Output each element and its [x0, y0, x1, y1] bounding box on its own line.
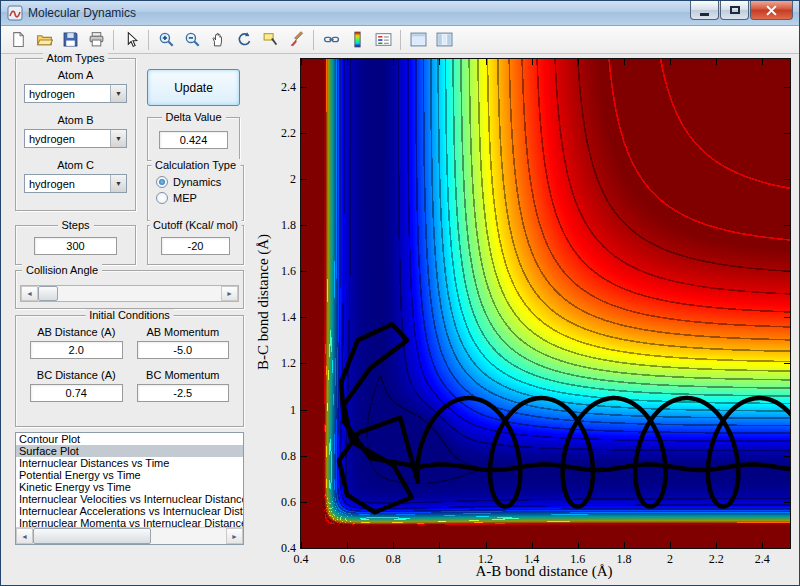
- mep-radio[interactable]: [156, 192, 168, 204]
- chevron-down-icon: ▼: [110, 130, 126, 147]
- x-tick-label: 2: [667, 552, 673, 567]
- atom-c-select[interactable]: hydrogen ▼: [24, 174, 127, 193]
- pes-plot-canvas[interactable]: [300, 58, 791, 549]
- ab-momentum-field[interactable]: [137, 341, 230, 359]
- open-file-button[interactable]: [32, 28, 56, 52]
- steps-panel-title: Steps: [57, 219, 93, 231]
- link-plot-button[interactable]: [319, 28, 343, 52]
- data-cursor-button[interactable]: [258, 28, 282, 52]
- save-figure-button[interactable]: [58, 28, 82, 52]
- show-plot-tools-button[interactable]: [432, 28, 456, 52]
- y-tick-label: 2: [258, 172, 296, 187]
- initial-conditions-panel-title: Initial Conditions: [85, 309, 174, 321]
- calculation-type-panel-title: Calculation Type: [151, 159, 240, 171]
- slider-left-arrow[interactable]: ◄: [21, 286, 38, 301]
- pan-button[interactable]: [206, 28, 230, 52]
- collision-angle-slider[interactable]: ◄ ►: [20, 285, 239, 302]
- y-tick-label: 0.8: [258, 449, 296, 464]
- dynamics-radio[interactable]: [156, 176, 168, 188]
- plot-type-option[interactable]: Internuclear Accelerations vs Internucle…: [16, 505, 243, 517]
- y-tick-label: 1: [258, 403, 296, 418]
- insert-legend-icon: [375, 31, 392, 48]
- bc-distance-field[interactable]: [30, 384, 123, 402]
- rotate-3d-icon: [236, 31, 253, 48]
- print-figure-button[interactable]: [84, 28, 108, 52]
- zoom-in-button[interactable]: [154, 28, 178, 52]
- new-figure-icon: [10, 31, 27, 48]
- plot-type-option[interactable]: Internuclear Distances vs Time: [16, 457, 243, 469]
- toolbar-separator: [400, 30, 401, 50]
- atom-types-panel-title: Atom Types: [43, 52, 109, 64]
- listbox-scroll-right-arrow[interactable]: ►: [226, 528, 243, 544]
- insert-legend-button[interactable]: [371, 28, 395, 52]
- listbox-scroll-thumb[interactable]: [33, 528, 151, 544]
- plot-type-option[interactable]: Internuclear Momenta vs Internuclear Dis…: [16, 517, 243, 527]
- insert-colorbar-button[interactable]: [345, 28, 369, 52]
- listbox-scroll-left-arrow[interactable]: ◄: [16, 528, 33, 544]
- rotate-3d-button[interactable]: [232, 28, 256, 52]
- figure-content: Atom Types Atom A hydrogen ▼ Atom B hydr…: [1, 54, 799, 585]
- collision-angle-panel-title: Collision Angle: [22, 264, 102, 276]
- x-tick-label: 0.6: [340, 552, 355, 567]
- plot-type-option[interactable]: Kinetic Energy vs Time: [16, 481, 243, 493]
- titlebar[interactable]: Molecular Dynamics: [1, 1, 799, 26]
- dynamics-radio-row[interactable]: Dynamics: [156, 176, 243, 188]
- initial-conditions-panel: Initial Conditions AB Distance (A) AB Mo…: [15, 315, 244, 427]
- edit-plot-icon: [123, 31, 140, 48]
- save-figure-icon: [62, 31, 79, 48]
- toolbar-separator: [148, 30, 149, 50]
- mep-radio-row[interactable]: MEP: [156, 192, 243, 204]
- plot-type-option[interactable]: Contour Plot: [16, 433, 243, 445]
- cutoff-field[interactable]: [161, 237, 230, 255]
- zoom-out-icon: [184, 31, 201, 48]
- insert-colorbar-icon: [349, 31, 366, 48]
- atom-b-select[interactable]: hydrogen ▼: [24, 129, 127, 148]
- plot-type-listbox[interactable]: Contour PlotSurface PlotInternuclear Dis…: [15, 432, 244, 545]
- ab-distance-label: AB Distance (A): [30, 326, 123, 338]
- slider-thumb[interactable]: [38, 286, 58, 301]
- plot-type-option[interactable]: Surface Plot: [16, 445, 243, 457]
- plot-type-option[interactable]: Internuclear Velocities vs Internuclear …: [16, 493, 243, 505]
- maximize-button[interactable]: [720, 1, 749, 20]
- listbox-hscrollbar[interactable]: ◄ ►: [16, 527, 243, 544]
- y-tick-label: 1.8: [258, 218, 296, 233]
- close-button[interactable]: [750, 1, 793, 20]
- ab-momentum-label: AB Momentum: [137, 326, 230, 338]
- listbox-scroll-track[interactable]: [33, 528, 226, 544]
- x-tick-label: 2.2: [709, 552, 724, 567]
- calculation-type-panel: Calculation Type Dynamics MEP: [147, 165, 244, 221]
- new-figure-button[interactable]: [6, 28, 30, 52]
- x-tick-label: 2.4: [755, 552, 770, 567]
- zoom-out-button[interactable]: [180, 28, 204, 52]
- brush-data-button[interactable]: [284, 28, 308, 52]
- update-button[interactable]: Update: [147, 69, 240, 106]
- atom-a-select[interactable]: hydrogen ▼: [24, 84, 127, 103]
- steps-panel: Steps: [15, 225, 136, 265]
- figure-toolbar: [1, 26, 799, 54]
- atom-c-label: Atom C: [24, 159, 127, 171]
- minimize-icon: [700, 13, 709, 16]
- steps-field[interactable]: [34, 237, 117, 255]
- ab-distance-field[interactable]: [30, 341, 123, 359]
- collision-angle-panel: Collision Angle ◄ ►: [15, 270, 244, 309]
- x-tick-label: 1: [436, 552, 442, 567]
- mep-radio-label: MEP: [173, 192, 197, 204]
- delta-value-panel-title: Delta Value: [161, 111, 225, 123]
- slider-track[interactable]: [38, 286, 221, 301]
- brush-data-icon: [288, 31, 305, 48]
- atom-c-value: hydrogen: [25, 178, 110, 190]
- cutoff-panel-title: Cutoff (Kcal/ mol): [149, 219, 242, 231]
- window-title: Molecular Dynamics: [28, 6, 136, 20]
- delta-value-field[interactable]: [159, 131, 228, 149]
- y-tick-label: 0.4: [258, 541, 296, 556]
- atom-a-value: hydrogen: [25, 88, 110, 100]
- edit-plot-button[interactable]: [119, 28, 143, 52]
- atom-types-panel: Atom Types Atom A hydrogen ▼ Atom B hydr…: [15, 58, 136, 211]
- slider-right-arrow[interactable]: ►: [221, 286, 238, 301]
- minimize-button[interactable]: [690, 1, 719, 20]
- hide-plot-tools-button[interactable]: [406, 28, 430, 52]
- atom-b-value: hydrogen: [25, 133, 110, 145]
- bc-momentum-field[interactable]: [137, 384, 230, 402]
- plot-type-option[interactable]: Potential Energy vs Time: [16, 469, 243, 481]
- atom-a-label: Atom A: [24, 69, 127, 81]
